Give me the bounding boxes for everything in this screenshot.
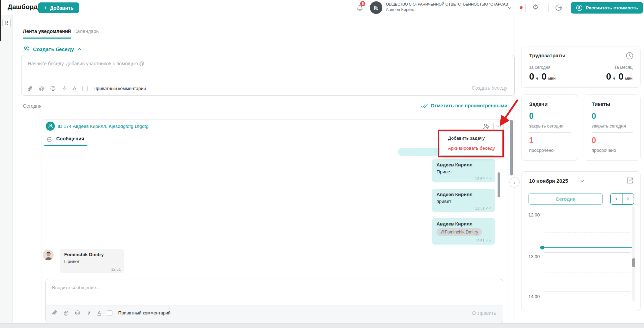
tab-calendar[interactable]: Календарь (74, 28, 99, 34)
refresh-icon[interactable] (554, 3, 563, 12)
message-composer-toolbar: @ A Приватный комментарий (46, 305, 503, 323)
building-icon (373, 5, 379, 11)
labor-month-value: 0 ч 0 мин (606, 71, 633, 82)
settings-gear-icon[interactable]: ⚙ (532, 3, 539, 11)
dashboard-page: Дашборд + Добавить 6 ОБЩЕСТВО С ОГРАНИЧЕ… (0, 0, 644, 328)
conversation-more-button[interactable]: ⋯ (493, 122, 504, 131)
calculate-cost-label: Рассчитать стоимость (586, 5, 638, 10)
mention-at-icon[interactable]: @ (63, 310, 69, 316)
status-dot (520, 6, 523, 9)
tickets-close-today-value[interactable]: 0 (592, 112, 596, 121)
notification-badge: 6 (360, 1, 365, 6)
tasks-close-today-label: закрыть сегодня (529, 123, 564, 129)
company-avatar[interactable] (370, 1, 382, 14)
menu-item-add-task[interactable]: Добавить задачу (448, 136, 485, 141)
mark-all-read-link[interactable]: Отметить все просмотренными (413, 103, 507, 108)
conversation-context-menu: Добавить задачу Архивировать беседу (440, 132, 502, 155)
message-author: Авдеев Кирилл (437, 162, 491, 167)
conversation-title[interactable]: ID 174 Авдеев Кирилл, Kjesddgfdfg Dfgdfg (58, 124, 149, 129)
menu-item-archive-conversation[interactable]: Архивировать беседу (448, 146, 495, 151)
hours-unit: ч (536, 76, 538, 80)
messages-bubble-icon (46, 136, 53, 143)
top-header: Дашборд + Добавить 6 ОБЩЕСТВО С ОГРАНИЧЕ… (0, 0, 644, 15)
format-text-icon[interactable]: A (98, 310, 101, 316)
read-check-icon: ✓✓ (486, 206, 492, 210)
message-time: 12:51 (475, 239, 485, 243)
message-bubble: Fominchik Dmitry Привет 12:51 (60, 249, 124, 273)
quick-action-lightning-icon[interactable] (86, 310, 92, 315)
today-hours: 0 (529, 71, 534, 82)
tasks-close-today-value[interactable]: 0 (529, 112, 534, 121)
bottom-scroll-strip (0, 323, 644, 328)
collapse-panel-button[interactable]: › (509, 177, 520, 188)
create-conversation-submit[interactable]: Создать беседу (472, 85, 507, 91)
attach-paperclip-icon[interactable] (52, 310, 58, 316)
chevron-down-icon[interactable] (580, 179, 585, 183)
labor-month-label: за месяц (615, 65, 633, 70)
feed-date-group: Сегодня (23, 103, 42, 109)
today-minutes: 0 (542, 71, 546, 82)
read-check-icon: ✓✓ (486, 176, 492, 181)
half-hour-gridline (544, 272, 630, 272)
header-divider (525, 3, 526, 12)
tasks-overdue-value[interactable]: 1 (529, 136, 534, 145)
chat-scrollbar[interactable] (498, 172, 500, 197)
people-icon (48, 124, 53, 129)
timeline-hour: 13:00 (528, 254, 540, 259)
message-input[interactable]: Введите сообщение... (52, 285, 100, 290)
add-button-label: Добавить (50, 5, 74, 11)
attach-paperclip-icon[interactable] (27, 85, 33, 91)
double-check-icon (421, 103, 428, 108)
quick-action-lightning-icon[interactable] (62, 86, 67, 91)
prev-day-button[interactable] (611, 194, 622, 204)
current-time-line (542, 247, 632, 248)
dashboard-settings-button[interactable] (2, 19, 11, 27)
emoji-smiley-icon[interactable] (50, 85, 56, 91)
header-user-name: Авдеев Кирилл (386, 7, 415, 12)
message-bubble: Авдеев Кирилл Привет 12:50 ✓✓ (432, 159, 495, 182)
private-comment-checkbox[interactable] (107, 310, 112, 316)
participants-icon[interactable] (482, 122, 490, 130)
message-bubble: Авдеев Кирилл привет 12:51 ✓✓ (432, 189, 495, 212)
minutes-unit: мин (625, 76, 633, 80)
feed-scrollbar[interactable] (510, 120, 513, 175)
mark-all-read-label: Отметить все просмотренными (431, 103, 507, 108)
clock-icon (625, 51, 634, 60)
emoji-smiley-icon[interactable] (75, 310, 80, 316)
create-conversation-toggle[interactable]: Создать беседу (23, 46, 82, 52)
calendar-date-selector[interactable]: 10 ноября 2025 (529, 178, 568, 184)
send-button[interactable]: Отправить (461, 310, 496, 316)
message-time: 12:51 (475, 206, 485, 210)
private-comment-checkbox[interactable] (82, 86, 88, 91)
month-hours: 0 (606, 71, 611, 82)
message-time: 12:50 (475, 177, 485, 181)
labor-card-title: Трудозатраты (529, 52, 566, 58)
message-text: Привет (437, 169, 491, 174)
tickets-card: Тикеты 0 закрыть сегодня 0 просрочено (584, 95, 641, 161)
conversation-input[interactable]: Начните беседу, добавив участников с пом… (28, 61, 144, 66)
private-comment-label: Приватный комментарий (94, 86, 146, 91)
svg-text:$: $ (578, 6, 581, 10)
next-day-button[interactable] (622, 194, 634, 204)
composer-toolbar-icons: @ A Приватный комментарий (52, 310, 171, 316)
tickets-overdue-value[interactable]: 0 (592, 136, 596, 145)
today-button[interactable]: Сегодня (528, 193, 603, 205)
mention-chip[interactable]: @Fominchik Dmitry (437, 228, 482, 236)
mention-at-icon[interactable]: @ (39, 85, 44, 91)
message-text: Привет (64, 259, 119, 264)
format-text-icon[interactable]: A (73, 86, 76, 91)
panel-divider (515, 15, 515, 323)
calculate-cost-button[interactable]: $ Рассчитать стоимость (571, 2, 643, 14)
sliders-icon (4, 20, 9, 25)
add-button[interactable]: + Добавить (38, 2, 79, 13)
tasks-card: Задачи 0 закрыть сегодня 1 просрочено (521, 95, 578, 161)
page-title: Дашборд (8, 3, 37, 11)
timeline-scrollbar[interactable] (632, 258, 635, 267)
new-conversation-composer: Начните беседу, добавив участников с пом… (21, 55, 515, 96)
account-chevron-down-icon[interactable] (507, 6, 512, 10)
message-author: Авдеев Кирилл (437, 192, 491, 197)
message-bubble: Авдеев Кирилл @Fominchik Dmitry 12:51 ✓✓ (432, 218, 495, 245)
tab-messages[interactable]: Сообщения (56, 136, 84, 141)
tab-notification-feed[interactable]: Лента уведомлений (23, 28, 71, 39)
open-calendar-external-icon[interactable] (626, 177, 634, 184)
